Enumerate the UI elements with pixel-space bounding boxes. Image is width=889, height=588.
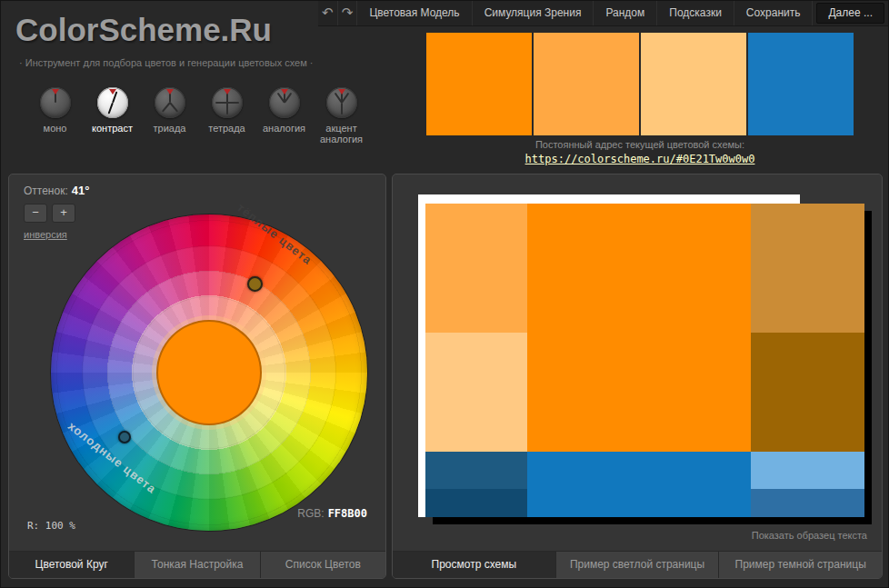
scheme-type-mono[interactable]: моно — [26, 87, 84, 145]
scheme-type-accent-analog[interactable]: акцент аналогия — [313, 87, 370, 145]
rgb-hex-readout: RGB:FF8B00 — [297, 507, 367, 520]
wheel-marker-primary[interactable] — [247, 276, 263, 292]
scheme-type-tetrad[interactable]: тетрада — [198, 87, 255, 145]
palette-swatch-2[interactable] — [534, 33, 639, 135]
menu-item-vision-simulation[interactable]: Симуляция Зрения — [473, 1, 594, 25]
dial-pointer-icon — [224, 89, 231, 95]
triad-dial-icon — [155, 87, 185, 118]
menu-item-save[interactable]: Сохранить — [734, 1, 814, 25]
accent-analog-dial-icon — [326, 87, 357, 118]
scheme-type-analog[interactable]: аналогия — [255, 87, 313, 145]
menu-item-color-model[interactable]: Цветовая Модель — [357, 1, 472, 25]
dial-pointer-icon — [52, 89, 59, 95]
wheel-panel-tabs: Цветовой Круг Тонкая Настройка Список Цв… — [9, 551, 385, 578]
contrast-dial-icon — [97, 87, 128, 118]
preview-block-blue-center — [527, 452, 751, 517]
wheel-marker-secondary[interactable] — [118, 431, 131, 443]
hue-minus-button[interactable]: − — [24, 204, 47, 223]
dial-pointer-icon — [281, 89, 288, 95]
site-logo[interactable]: ColorScheme.Ru — [15, 12, 272, 48]
color-wheel-area: тёплые цвета холодные цвета — [51, 214, 367, 531]
undo-icon[interactable]: ↶ — [318, 1, 338, 25]
preview-block-blue-left-1 — [425, 452, 527, 489]
preview-panel-tabs: Просмотр схемы Пример светлой страницы П… — [393, 551, 882, 578]
permalink-url[interactable]: https://colorscheme.ru/#0E21Tw0w0w0 — [525, 153, 755, 165]
analog-dial-icon — [269, 87, 300, 118]
show-sample-text-link[interactable]: Показать образец текста — [752, 530, 867, 541]
top-menubar: ↶ ↷ Цветовая Модель Симуляция Зрения Ран… — [318, 1, 888, 26]
dial-pointer-icon — [166, 89, 174, 95]
site-tagline: · Инструмент для подбора цветов и генера… — [19, 57, 314, 68]
preview-block-right-top — [751, 204, 864, 333]
preview-block-blue-left-2 — [425, 489, 527, 517]
selected-color-disc[interactable] — [156, 320, 262, 425]
palette-swatch-4[interactable] — [748, 33, 854, 135]
preview-block-center — [527, 204, 751, 452]
palette-swatch-3[interactable] — [641, 33, 746, 135]
dial-pointer-icon — [338, 89, 345, 95]
dial-pointer-icon — [109, 89, 116, 95]
rgb-hex-value: FF8B00 — [328, 507, 367, 520]
preview-block-left-bottom — [425, 333, 527, 452]
tab-light-page-example[interactable]: Пример светлой страницы — [556, 552, 720, 578]
tab-color-wheel[interactable]: Цветовой Круг — [9, 552, 135, 578]
preview-block-right-bottom — [751, 333, 864, 452]
next-button[interactable]: Далее ... — [816, 3, 884, 24]
redo-icon[interactable]: ↷ — [338, 1, 358, 25]
tab-dark-page-example[interactable]: Пример темной страницы — [719, 552, 882, 578]
hue-readout: Оттенок:41° — [24, 184, 89, 197]
scheme-type-triad[interactable]: триада — [141, 87, 198, 145]
hue-value: 41° — [72, 184, 90, 197]
mono-dial-icon — [40, 87, 71, 118]
wheel-panel: Оттенок:41° − + инверсия тёплые цвета хо… — [8, 174, 386, 579]
scheme-type-selector: моно контраст триада тетрада аналогия — [26, 87, 370, 145]
palette-strip — [426, 33, 854, 135]
tab-fine-tuning[interactable]: Тонкая Настройка — [135, 552, 260, 578]
preview-panel: Показать образец текста Просмотр схемы П… — [392, 174, 883, 579]
palette-swatch-1[interactable] — [426, 33, 532, 135]
tetrad-dial-icon — [212, 87, 243, 118]
hue-label: Оттенок: — [24, 184, 68, 197]
scheme-type-contrast[interactable]: контраст — [84, 87, 141, 145]
preview-block-blue-right-2 — [751, 489, 864, 517]
preview-block-left-top — [425, 204, 527, 333]
colorscheme-app: ColorScheme.Ru · Инструмент для подбора … — [0, 0, 889, 588]
preview-block-blue-right-1 — [751, 452, 864, 489]
menu-item-hints[interactable]: Подсказки — [657, 1, 734, 25]
tab-color-list[interactable]: Список Цветов — [261, 552, 385, 578]
permalink-block: Постоянный адрес текущей цветовой схемы:… — [426, 139, 854, 166]
preview-scheme-blocks — [425, 204, 864, 517]
permalink-label: Постоянный адрес текущей цветовой схемы: — [426, 139, 854, 150]
rgb-hex-label: RGB: — [297, 507, 324, 520]
menu-item-random[interactable]: Рандом — [594, 1, 657, 25]
tab-scheme-preview[interactable]: Просмотр схемы — [393, 552, 556, 578]
